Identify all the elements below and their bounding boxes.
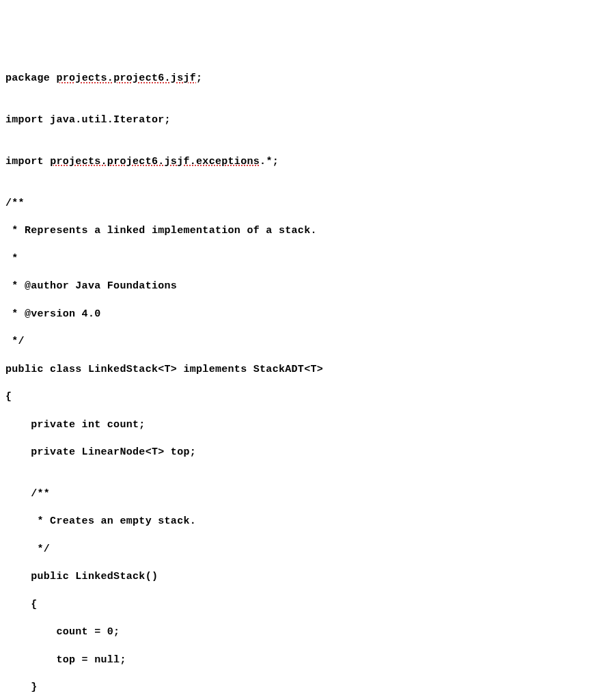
code-text: import bbox=[5, 156, 50, 167]
spellcheck-text: projects.project6.jsjf.exceptions bbox=[50, 156, 260, 167]
code-line: * @author Java Foundations bbox=[5, 280, 603, 293]
code-line: count = 0; bbox=[5, 625, 603, 639]
code-line: */ bbox=[5, 335, 603, 349]
code-line: package projects.project6.jsjf; bbox=[5, 72, 603, 85]
code-line: * Creates an empty stack. bbox=[5, 515, 603, 528]
code-line: } bbox=[5, 681, 603, 695]
code-line: import projects.project6.jsjf.exceptions… bbox=[5, 155, 603, 169]
code-line: */ bbox=[5, 543, 603, 556]
code-line: public LinkedStack() bbox=[5, 570, 603, 584]
code-text: .*; bbox=[260, 156, 279, 167]
code-line: * @version 4.0 bbox=[5, 308, 603, 321]
code-line: { bbox=[5, 598, 603, 612]
code-line: /** bbox=[5, 197, 603, 211]
code-line: top = null; bbox=[5, 654, 603, 667]
code-editor[interactable]: package projects.project6.jsjf; import j… bbox=[5, 58, 603, 700]
code-text: ; bbox=[196, 72, 202, 84]
code-text: package bbox=[5, 72, 56, 84]
spellcheck-text: projects.project6.jsjf bbox=[56, 72, 196, 84]
code-line: { bbox=[5, 390, 603, 404]
code-line: private LinearNode<T> top; bbox=[5, 446, 603, 459]
code-line: public class LinkedStack<T> implements S… bbox=[5, 363, 603, 377]
code-line: import java.util.Iterator; bbox=[5, 113, 603, 127]
code-line: * Represents a linked implementation of … bbox=[5, 224, 603, 238]
code-line: * bbox=[5, 252, 603, 266]
code-line: private int count; bbox=[5, 418, 603, 432]
code-line: /** bbox=[5, 487, 603, 501]
